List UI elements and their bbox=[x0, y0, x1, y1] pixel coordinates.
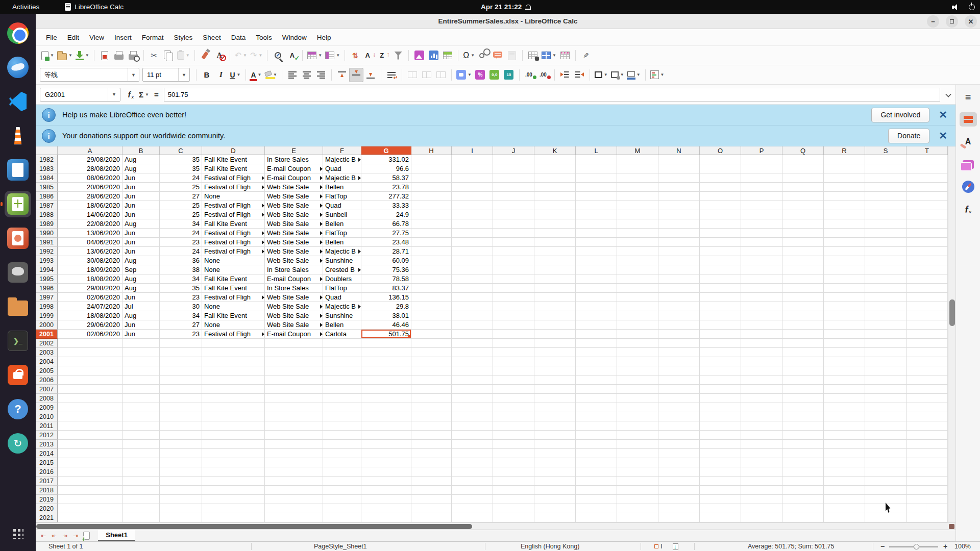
cell-A2012[interactable] bbox=[58, 431, 122, 440]
cell-D2005[interactable] bbox=[202, 366, 265, 375]
cell-E2001[interactable]: E-mail Coupon bbox=[265, 330, 323, 339]
cell-B1994[interactable]: Sep bbox=[122, 265, 160, 274]
sidebar-settings-button[interactable]: ≡ bbox=[965, 90, 971, 104]
cell-M1999[interactable] bbox=[617, 311, 658, 320]
align-center-button[interactable] bbox=[300, 68, 314, 82]
get-involved-button[interactable]: Get involved bbox=[871, 108, 929, 122]
cell-M1985[interactable] bbox=[617, 183, 658, 192]
cell-P1992[interactable] bbox=[741, 247, 782, 256]
cell-E2011[interactable] bbox=[265, 421, 323, 431]
cell-P1989[interactable] bbox=[741, 219, 782, 229]
cell-D1984[interactable]: Festival of Fligh bbox=[202, 173, 265, 183]
cell-Q2010[interactable] bbox=[782, 412, 824, 421]
cell-C2001[interactable]: 23 bbox=[160, 330, 202, 339]
cell-H2019[interactable] bbox=[411, 495, 452, 504]
cell-D1998[interactable]: None bbox=[202, 302, 265, 311]
cell-B1989[interactable]: Aug bbox=[122, 219, 160, 229]
cell-L2017[interactable] bbox=[576, 477, 617, 486]
column-header-E[interactable]: E bbox=[265, 146, 323, 155]
cell-F2013[interactable] bbox=[323, 440, 361, 449]
save-button[interactable]: ▼ bbox=[74, 48, 91, 63]
add-sheet-button[interactable] bbox=[83, 532, 90, 540]
cell-H2011[interactable] bbox=[411, 421, 452, 431]
activities-button[interactable]: Activities bbox=[8, 3, 43, 11]
cell-O1988[interactable] bbox=[700, 210, 741, 219]
cell-C1990[interactable]: 24 bbox=[160, 229, 202, 238]
cell-J1987[interactable] bbox=[493, 201, 534, 210]
cell-J2015[interactable] bbox=[493, 458, 534, 467]
cell-P1998[interactable] bbox=[741, 302, 782, 311]
row-header-2020[interactable]: 2020 bbox=[36, 504, 58, 513]
cell-J1990[interactable] bbox=[493, 229, 534, 238]
cell-A1989[interactable]: 22/08/2020 bbox=[58, 219, 122, 229]
cell-R2002[interactable] bbox=[824, 339, 865, 348]
cell-L1982[interactable] bbox=[576, 155, 617, 164]
cell-D1989[interactable]: Fall Kite Event bbox=[202, 219, 265, 229]
redo-dropdown-icon[interactable]: ▼ bbox=[258, 53, 262, 58]
cell-L1999[interactable] bbox=[576, 311, 617, 320]
decrease-indent-button[interactable] bbox=[572, 68, 586, 82]
cell-J2021[interactable] bbox=[493, 513, 534, 522]
cell-I1994[interactable] bbox=[452, 265, 493, 274]
cell-G2015[interactable] bbox=[361, 458, 411, 467]
cell-M1992[interactable] bbox=[617, 247, 658, 256]
cell-E2021[interactable] bbox=[265, 513, 323, 522]
cell-K1997[interactable] bbox=[534, 293, 576, 302]
row-header-2017[interactable]: 2017 bbox=[36, 477, 58, 486]
cell-R2004[interactable] bbox=[824, 357, 865, 366]
cell-M2009[interactable] bbox=[617, 403, 658, 412]
font-size-combobox[interactable]: 11 pt▼ bbox=[142, 68, 190, 82]
cell-M2008[interactable] bbox=[617, 394, 658, 403]
border-style-button[interactable]: ▼ bbox=[609, 68, 626, 82]
cell-F2004[interactable] bbox=[323, 357, 361, 366]
column-header-N[interactable]: N bbox=[658, 146, 700, 155]
cell-G1982[interactable]: 331.02 bbox=[361, 155, 411, 164]
close-notification-icon[interactable]: ✕ bbox=[939, 131, 947, 141]
cell-B2009[interactable] bbox=[122, 403, 160, 412]
row-header-1998[interactable]: 1998 bbox=[36, 302, 58, 311]
cell-J1993[interactable] bbox=[493, 256, 534, 265]
row-header-1995[interactable]: 1995 bbox=[36, 274, 58, 284]
cell-F2003[interactable] bbox=[323, 348, 361, 357]
cell-N2010[interactable] bbox=[658, 412, 700, 421]
cell-R1995[interactable] bbox=[824, 274, 865, 284]
cell-S2005[interactable] bbox=[865, 366, 906, 375]
cell-O2005[interactable] bbox=[700, 366, 741, 375]
cell-T2018[interactable] bbox=[906, 486, 948, 495]
cell-B1983[interactable]: Aug bbox=[122, 164, 160, 173]
column-header-F[interactable]: F bbox=[323, 146, 361, 155]
cell-T2017[interactable] bbox=[906, 477, 948, 486]
cell-K1999[interactable] bbox=[534, 311, 576, 320]
row-header-1994[interactable]: 1994 bbox=[36, 265, 58, 274]
cell-Q1987[interactable] bbox=[782, 201, 824, 210]
cell-T1998[interactable] bbox=[906, 302, 948, 311]
cell-A1985[interactable]: 20/06/2020 bbox=[58, 183, 122, 192]
cell-N2002[interactable] bbox=[658, 339, 700, 348]
cell-T1982[interactable] bbox=[906, 155, 948, 164]
find-replace-button[interactable] bbox=[271, 48, 285, 63]
cell-S1994[interactable] bbox=[865, 265, 906, 274]
cell-C2021[interactable] bbox=[160, 513, 202, 522]
cell-B2005[interactable] bbox=[122, 366, 160, 375]
cell-T1992[interactable] bbox=[906, 247, 948, 256]
cell-I1993[interactable] bbox=[452, 256, 493, 265]
cell-R2016[interactable] bbox=[824, 467, 865, 477]
cell-K2007[interactable] bbox=[534, 385, 576, 394]
cell-M2013[interactable] bbox=[617, 440, 658, 449]
cell-A1996[interactable]: 29/08/2020 bbox=[58, 284, 122, 293]
cell-O1996[interactable] bbox=[700, 284, 741, 293]
cell-K1993[interactable] bbox=[534, 256, 576, 265]
cell-C1999[interactable]: 34 bbox=[160, 311, 202, 320]
unmerge-cells-button[interactable] bbox=[434, 68, 448, 82]
cell-F1985[interactable]: Bellen bbox=[323, 183, 361, 192]
cell-E2000[interactable]: Web Site Sale bbox=[265, 320, 323, 330]
cell-Q2001[interactable] bbox=[782, 330, 824, 339]
cell-Q1984[interactable] bbox=[782, 173, 824, 183]
cell-Q2003[interactable] bbox=[782, 348, 824, 357]
cell-P2017[interactable] bbox=[741, 477, 782, 486]
cell-Q2008[interactable] bbox=[782, 394, 824, 403]
cell-T2019[interactable] bbox=[906, 495, 948, 504]
cell-R2011[interactable] bbox=[824, 421, 865, 431]
cell-G1997[interactable]: 136.15 bbox=[361, 293, 411, 302]
cell-J2016[interactable] bbox=[493, 467, 534, 477]
